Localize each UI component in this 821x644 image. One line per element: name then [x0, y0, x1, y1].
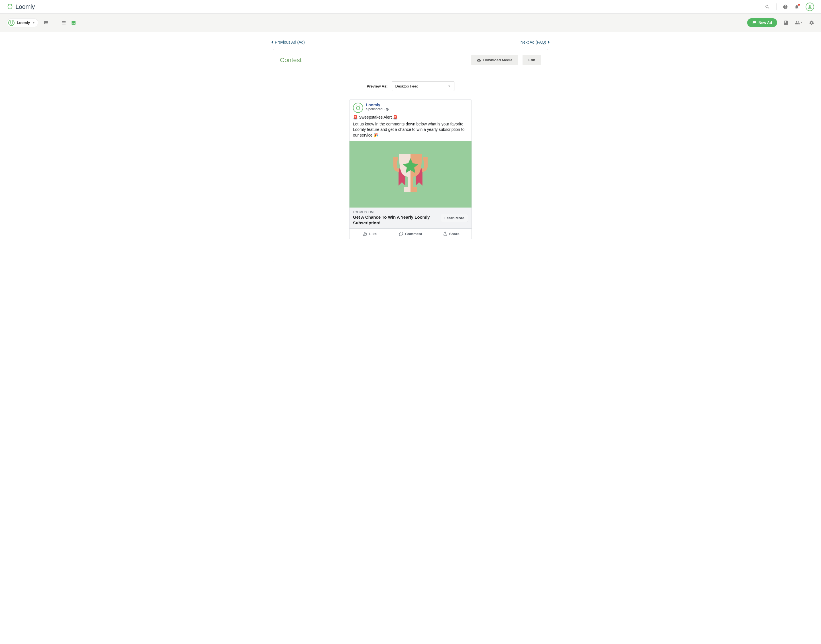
- image-view-icon[interactable]: [71, 20, 76, 25]
- note-icon[interactable]: [43, 20, 49, 25]
- fb-comment-label: Comment: [405, 232, 422, 236]
- header-divider: [776, 3, 777, 10]
- search-icon[interactable]: [765, 4, 770, 9]
- fb-body-line2: Let us know in the comments down below w…: [353, 121, 468, 138]
- fb-like-button[interactable]: Like: [349, 228, 390, 239]
- list-view-icon[interactable]: [61, 20, 66, 25]
- fb-sponsored-label: Sponsored: [366, 107, 383, 111]
- trophy-icon: [382, 146, 439, 203]
- svg-point-0: [8, 5, 12, 9]
- edit-label: Edit: [528, 58, 535, 62]
- chevron-down-icon: ▼: [32, 21, 35, 24]
- previous-ad-label: Previous Ad (Ad): [275, 40, 305, 44]
- fb-comment-button[interactable]: Comment: [390, 228, 431, 239]
- collaborators-icon[interactable]: ▼: [795, 20, 803, 25]
- notification-dot: [798, 4, 800, 6]
- card-body: Preview As: Desktop Feed ▼ Loomly Sponso…: [273, 71, 548, 262]
- next-ad-link[interactable]: Next Ad (FAQ): [521, 40, 550, 44]
- dot-separator: ·: [384, 107, 384, 111]
- svg-point-2: [356, 107, 360, 110]
- fb-share-label: Share: [449, 232, 460, 236]
- fb-post-body: 🚨 Sweepstakes Alert 🚨 Let us know in the…: [349, 114, 472, 141]
- fb-link-title: Get A Chance To Win A Yearly Loomly Subs…: [353, 215, 437, 225]
- loomly-logo-icon: [7, 3, 13, 11]
- fb-page-name[interactable]: Loomly: [366, 103, 389, 107]
- fb-sponsored-row: Sponsored ·: [366, 107, 389, 111]
- chevron-down-icon: ▼: [448, 85, 451, 88]
- calendar-selector[interactable]: Loomly ▼: [7, 18, 38, 28]
- brand-name: Loomly: [15, 3, 35, 11]
- sub-header: Loomly ▼ New Ad ▼: [0, 14, 821, 32]
- preview-as-select[interactable]: Desktop Feed ▼: [392, 81, 454, 91]
- subheader-divider: [55, 18, 55, 28]
- calendar-avatar-icon: [8, 20, 15, 26]
- svg-rect-6: [404, 187, 410, 192]
- next-ad-label: Next Ad (FAQ): [521, 40, 546, 44]
- ad-detail-card: Contest Download Media Edit Preview As: …: [273, 49, 548, 262]
- brand-logo[interactable]: Loomly: [7, 3, 35, 11]
- calendar-name: Loomly: [17, 20, 30, 25]
- settings-icon[interactable]: [809, 20, 814, 25]
- facebook-ad-preview: Loomly Sponsored · 🚨 Sweepstakes Alert 🚨…: [349, 100, 472, 239]
- notifications-icon[interactable]: [794, 4, 800, 9]
- help-icon[interactable]: [783, 4, 788, 9]
- fb-link-card: LOOMLY.COM Get A Chance To Win A Yearly …: [349, 207, 472, 228]
- top-header: Loomly: [0, 0, 821, 14]
- new-ad-label: New Ad: [758, 20, 772, 25]
- preview-as-label: Preview As:: [367, 84, 388, 88]
- fb-post-header: Loomly Sponsored ·: [349, 100, 472, 114]
- edit-button[interactable]: Edit: [522, 55, 541, 65]
- library-icon[interactable]: [783, 20, 789, 25]
- new-ad-button[interactable]: New Ad: [747, 18, 777, 27]
- preview-as-value: Desktop Feed: [395, 84, 418, 88]
- fb-like-label: Like: [369, 232, 377, 236]
- download-media-label: Download Media: [483, 58, 513, 62]
- download-media-button[interactable]: Download Media: [471, 55, 518, 65]
- globe-icon: [386, 108, 389, 111]
- svg-rect-4: [408, 176, 410, 187]
- fb-cta-button[interactable]: Learn More: [441, 214, 468, 222]
- fb-body-line1: 🚨 Sweepstakes Alert 🚨: [353, 115, 468, 120]
- fb-page-avatar: [353, 103, 363, 113]
- previous-ad-link[interactable]: Previous Ad (Ad): [271, 40, 305, 44]
- card-header: Contest Download Media Edit: [273, 49, 548, 71]
- fb-actions-row: Like Comment Share: [349, 228, 472, 239]
- fb-link-domain: LOOMLY.COM: [353, 210, 437, 214]
- fb-post-image: [349, 141, 472, 207]
- fb-share-button[interactable]: Share: [431, 228, 472, 239]
- ad-nav-row: Previous Ad (Ad) Next Ad (FAQ): [271, 32, 550, 49]
- user-avatar[interactable]: [806, 3, 814, 11]
- ad-title: Contest: [280, 57, 302, 64]
- svg-point-1: [10, 22, 12, 24]
- preview-as-row: Preview As: Desktop Feed ▼: [367, 81, 454, 91]
